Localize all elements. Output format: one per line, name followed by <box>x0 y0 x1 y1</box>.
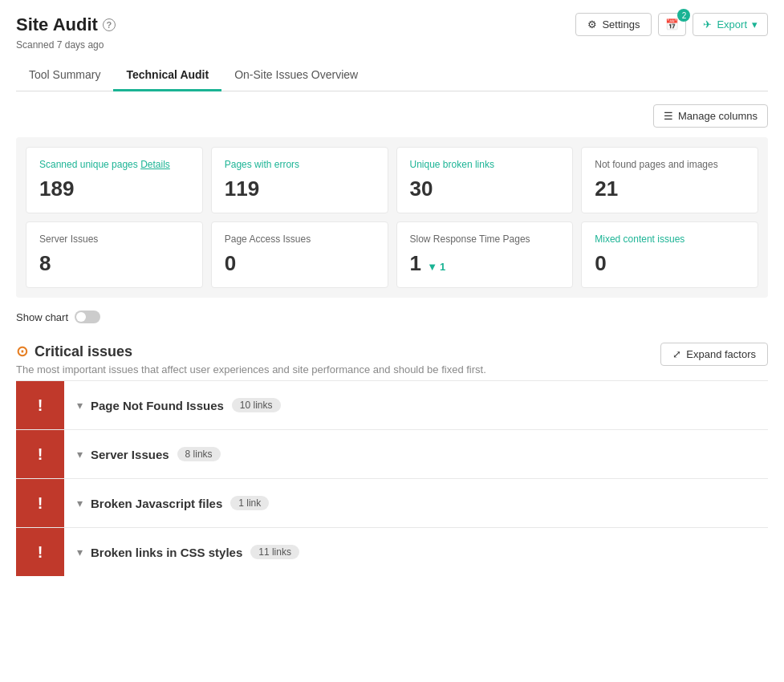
help-icon[interactable]: ? <box>103 18 116 31</box>
issue-icon-server: ! <box>16 430 64 478</box>
tabs-nav: Tool Summary Technical Audit On-Site Iss… <box>16 60 768 91</box>
chevron-icon-page-not-found[interactable]: ▾ <box>77 399 83 412</box>
issue-content-broken-css: ▾ Broken links in CSS styles 11 links <box>64 535 768 569</box>
stat-slow-response: Slow Response Time Pages 1 ▼ 1 <box>396 221 574 288</box>
stats-container: Scanned unique pages Details 189 Pages w… <box>16 137 768 298</box>
stat-scanned-unique-pages: Scanned unique pages Details 189 <box>26 147 203 213</box>
stat-value-slow: 1 ▼ 1 <box>410 251 560 276</box>
stat-unique-broken-links: Unique broken links 30 <box>396 147 574 213</box>
stat-server-issues: Server Issues 8 <box>26 221 203 288</box>
chevron-icon-js[interactable]: ▾ <box>77 497 83 509</box>
stat-value-mixed: 0 <box>595 251 745 276</box>
expand-factors-button[interactable]: ⤢ Expand factors <box>660 343 768 366</box>
tab-on-site-issues[interactable]: On-Site Issues Overview <box>221 60 371 91</box>
critical-title: ⊙ Critical issues <box>16 343 486 360</box>
critical-subtitle: The most important issues that affect us… <box>16 363 486 376</box>
exclamation-icon-js: ! <box>38 494 43 513</box>
manage-columns-button[interactable]: ☰ Manage columns <box>653 104 768 128</box>
issue-content-server: ▾ Server Issues 8 links <box>64 437 768 471</box>
stat-details-link[interactable]: Details <box>140 159 170 170</box>
issue-row-server-issues: ! ▾ Server Issues 8 links <box>16 429 768 478</box>
stat-label-not-found: Not found pages and images <box>595 159 745 170</box>
issue-title-broken-css: Broken links in CSS styles <box>91 546 242 559</box>
issue-badge-server: 8 links <box>177 447 221 461</box>
warning-icon: ⊙ <box>16 343 28 360</box>
stat-value-not-found: 21 <box>595 177 745 201</box>
stat-value-errors: 119 <box>225 177 375 201</box>
stat-label-server: Server Issues <box>39 233 189 245</box>
stat-label-access: Page Access Issues <box>225 233 375 245</box>
chevron-icon-server[interactable]: ▾ <box>77 448 83 461</box>
page-title: Site Audit ? <box>16 14 116 35</box>
stat-label-mixed[interactable]: Mixed content issues <box>595 233 745 245</box>
issue-title-broken-js: Broken Javascript files <box>91 497 222 510</box>
calendar-badge: 2 <box>677 9 690 22</box>
stat-not-found-pages: Not found pages and images 21 <box>581 147 758 213</box>
critical-issues-section: ⊙ Critical issues The most important iss… <box>16 343 768 576</box>
calendar-icon: 📅 <box>665 18 679 30</box>
header-actions: ⚙ Settings 📅 2 ✈ Export ▾ <box>575 13 768 36</box>
show-chart-label: Show chart <box>16 311 68 323</box>
issue-badge-broken-js: 1 link <box>230 496 269 510</box>
tab-tool-summary[interactable]: Tool Summary <box>16 60 113 91</box>
issue-badge-broken-css: 11 links <box>250 545 299 559</box>
stat-label-errors[interactable]: Pages with errors <box>225 159 375 170</box>
export-icon: ✈ <box>703 18 712 30</box>
chevron-icon-css[interactable]: ▾ <box>77 546 83 558</box>
expand-icon: ⤢ <box>672 348 681 360</box>
exclamation-icon: ! <box>38 396 43 415</box>
stat-value-broken-links: 30 <box>410 177 560 201</box>
stat-label-broken-links[interactable]: Unique broken links <box>410 159 560 170</box>
settings-button[interactable]: ⚙ Settings <box>575 13 652 36</box>
issue-row-broken-js: ! ▾ Broken Javascript files 1 link <box>16 478 768 527</box>
issue-row-broken-css: ! ▾ Broken links in CSS styles 11 links <box>16 527 768 576</box>
exclamation-icon-css: ! <box>38 543 43 562</box>
exclamation-icon-server: ! <box>38 445 43 464</box>
stat-value-scanned: 189 <box>39 177 189 201</box>
critical-title-block: ⊙ Critical issues The most important iss… <box>16 343 486 376</box>
issue-icon-broken-js: ! <box>16 479 64 527</box>
stat-label-scanned: Scanned unique pages Details <box>39 159 189 170</box>
issue-title-page-not-found: Page Not Found Issues <box>91 399 224 412</box>
issue-badge-page-not-found: 10 links <box>232 398 281 412</box>
stats-grid-row1: Scanned unique pages Details 189 Pages w… <box>26 147 758 213</box>
calendar-button[interactable]: 📅 2 <box>658 13 686 36</box>
title-text: Site Audit <box>16 14 98 35</box>
stat-mixed-content: Mixed content issues 0 <box>581 221 758 288</box>
tab-technical-audit[interactable]: Technical Audit <box>113 60 221 91</box>
issue-icon-broken-css: ! <box>16 528 64 576</box>
issue-title-server: Server Issues <box>91 448 169 461</box>
stat-value-access: 0 <box>225 251 375 276</box>
stat-label-slow: Slow Response Time Pages <box>410 233 560 245</box>
issue-content-broken-js: ▾ Broken Javascript files 1 link <box>64 486 768 520</box>
stats-grid-row2: Server Issues 8 Page Access Issues 0 Slo… <box>26 221 758 288</box>
issue-content-page-not-found: ▾ Page Not Found Issues 10 links <box>64 388 768 422</box>
chevron-down-icon: ▾ <box>752 18 758 30</box>
show-chart-row: Show chart <box>16 311 768 323</box>
toggle-knob <box>76 312 86 322</box>
stat-value-server: 8 <box>39 251 189 276</box>
export-button[interactable]: ✈ Export ▾ <box>693 13 768 36</box>
issue-icon-page-not-found: ! <box>16 381 64 429</box>
issue-row-page-not-found: ! ▾ Page Not Found Issues 10 links <box>16 380 768 429</box>
stat-page-access-issues: Page Access Issues 0 <box>211 221 388 288</box>
stat-delta-slow: ▼ 1 <box>427 261 445 273</box>
critical-header: ⊙ Critical issues The most important iss… <box>16 343 768 376</box>
show-chart-toggle[interactable] <box>75 311 100 323</box>
page-header: Site Audit ? ⚙ Settings 📅 2 ✈ Export ▾ <box>16 13 768 36</box>
stat-pages-with-errors: Pages with errors 119 <box>211 147 388 213</box>
scanned-info: Scanned 7 days ago <box>16 39 768 51</box>
manage-columns-row: ☰ Manage columns <box>16 104 768 128</box>
gear-icon: ⚙ <box>587 18 597 30</box>
columns-icon: ☰ <box>664 110 673 122</box>
